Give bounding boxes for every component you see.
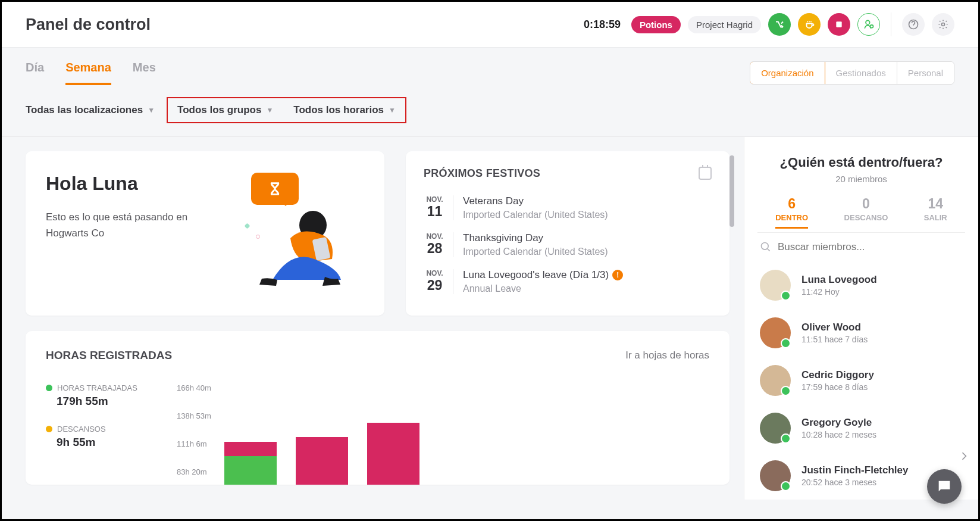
speech-bubble-icon — [251, 173, 299, 205]
avatar — [760, 460, 791, 491]
legend-dot-icon — [46, 385, 52, 391]
legend-worked: HORAS TRABAJADAS 179h 55m — [46, 383, 153, 408]
chevron-down-icon: ▼ — [266, 106, 273, 114]
hours-title: HORAS REGISTRADAS — [46, 349, 172, 362]
member-info: Cedric Diggory 17:59 hace 8 días — [801, 369, 874, 392]
filter-schedules[interactable]: Todos los horarios ▼ — [293, 104, 396, 116]
holiday-desc: Thanksgiving Day Imported Calendar (Unit… — [463, 232, 608, 257]
holiday-day: 28 — [424, 241, 446, 257]
next-button[interactable] — [958, 450, 970, 462]
scrollbar[interactable] — [729, 155, 734, 227]
holiday-date: NOV. 28 — [424, 232, 453, 257]
timesheets-link[interactable]: Ir a hojas de horas — [625, 350, 709, 361]
filters-row: Todas las localizaciones ▼ Todos los gru… — [26, 85, 954, 136]
holiday-name-text: Luna Lovegood's leave (Día 1/3) — [463, 269, 609, 281]
tab-month[interactable]: Mes — [133, 61, 156, 85]
settings-button[interactable] — [932, 13, 954, 36]
highlighted-filters: Todos los grupos ▼ Todos los horarios ▼ — [167, 97, 406, 123]
svg-point-1 — [866, 20, 870, 24]
chat-widget[interactable] — [927, 469, 962, 504]
svg-point-4 — [942, 23, 945, 26]
stop-button[interactable] — [828, 13, 850, 36]
y-tick: 138h 53m — [177, 411, 211, 420]
tab-day[interactable]: Día — [26, 61, 44, 85]
status-tabs: 6 DENTRO 0 DESCANSO 14 SALIR — [757, 196, 965, 229]
page-title: Panel de control — [26, 15, 151, 34]
calendar-icon[interactable] — [699, 167, 712, 180]
avatar — [760, 270, 791, 301]
tab-break[interactable]: 0 DESCANSO — [844, 196, 888, 229]
y-tick: 83h 20m — [177, 467, 211, 476]
greeting-text: Hola Luna Esto es lo que está pasando en… — [46, 173, 189, 304]
tab-out-label: SALIR — [924, 213, 947, 222]
break-button[interactable] — [798, 13, 821, 36]
member-name: Cedric Diggory — [801, 369, 874, 381]
avatar — [760, 365, 791, 396]
legend-breaks: DESCANSOS 9h 55m — [46, 425, 153, 449]
stop-icon — [835, 20, 843, 29]
user-manage-button[interactable] — [857, 13, 880, 36]
search-input[interactable] — [778, 241, 963, 253]
chart-y-axis: 166h 40m 138h 53m 111h 6m 83h 20m — [177, 383, 211, 476]
right-column: ¿Quién está dentro/fuera? 20 miembros 6 … — [744, 137, 978, 500]
tab-break-label: DESCANSO — [844, 213, 888, 222]
project-pill[interactable]: Project Hagrid — [688, 16, 761, 33]
holidays-title: PRÓXIMOS FESTIVOS — [424, 167, 540, 180]
tab-out[interactable]: 14 SALIR — [924, 196, 947, 229]
member-search — [757, 232, 965, 261]
member-info: Luna Lovegood 11:42 Hoy — [801, 274, 877, 297]
tabs-row: Día Semana Mes Organización Gestionados … — [26, 48, 954, 85]
greeting-subtext: Esto es lo que está pasando en Hogwarts … — [46, 209, 189, 241]
person-illustration-icon — [237, 208, 362, 286]
header: Panel de control 0:18:59 Potions Project… — [2, 2, 978, 48]
left-column: Hola Luna Esto es lo que está pasando en… — [2, 137, 744, 500]
chart-bar — [367, 423, 419, 485]
legend-break-value: 9h 55m — [57, 436, 153, 449]
member-row[interactable]: Gregory Goyle 10:28 hace 2 meses — [757, 404, 965, 452]
hours-body: HORAS TRABAJADAS 179h 55m DESCANSOS 9h 5… — [46, 383, 709, 485]
who-subtitle: 20 miembros — [757, 174, 965, 184]
filter-groups[interactable]: Todos los grupos ▼ — [177, 104, 273, 116]
chevron-down-icon: ▼ — [148, 106, 155, 114]
holiday-item: NOV. 28 Thanksgiving Day Imported Calend… — [424, 226, 712, 263]
help-button[interactable] — [902, 13, 925, 36]
timer: 0:18:59 — [584, 18, 621, 31]
header-right: 0:18:59 Potions Project Hagrid — [584, 13, 954, 36]
chart-bar — [296, 437, 348, 485]
holiday-date: NOV. 29 — [424, 269, 453, 294]
holidays-header: PRÓXIMOS FESTIVOS — [424, 167, 712, 180]
member-info: Oliver Wood 11:51 hace 7 días — [801, 322, 868, 344]
member-info: Justin Finch-Fletchley 20:52 hace 3 mese… — [801, 464, 908, 487]
legend-break-label: DESCANSOS — [57, 425, 106, 433]
member-name: Luna Lovegood — [801, 274, 877, 286]
holiday-item: NOV. 29 Luna Lovegood's leave (Día 1/3) … — [424, 263, 712, 300]
tab-out-count: 14 — [924, 196, 947, 212]
legend-worked-value: 179h 55m — [57, 395, 153, 408]
task-pill[interactable]: Potions — [631, 16, 681, 33]
hours-card: HORAS REGISTRADAS Ir a hojas de horas HO… — [26, 331, 729, 485]
member-row[interactable]: Cedric Diggory 17:59 hace 8 días — [757, 357, 965, 404]
chart-bar-break — [224, 456, 277, 485]
tab-week[interactable]: Semana — [65, 61, 111, 85]
tab-in[interactable]: 6 DENTRO — [775, 196, 808, 229]
play-button[interactable] — [768, 13, 791, 36]
member-time: 10:28 hace 2 meses — [801, 430, 876, 439]
who-title: ¿Quién está dentro/fuera? — [757, 155, 965, 170]
scope-personal[interactable]: Personal — [897, 62, 954, 84]
filter-locations-label: Todas las localizaciones — [26, 104, 143, 116]
member-name: Oliver Wood — [801, 322, 868, 333]
greeting-illustration — [245, 173, 364, 286]
main: Hola Luna Esto es lo que está pasando en… — [2, 137, 978, 500]
scope-managed[interactable]: Gestionados — [825, 62, 897, 84]
member-row[interactable]: Luna Lovegood 11:42 Hoy — [757, 261, 965, 309]
member-row[interactable]: Oliver Wood 11:51 hace 7 días — [757, 309, 965, 357]
chevron-down-icon: ▼ — [389, 106, 396, 114]
member-name: Gregory Goyle — [801, 417, 876, 429]
member-time: 17:59 hace 8 días — [801, 382, 874, 392]
holiday-day: 29 — [424, 277, 446, 294]
hours-header: HORAS REGISTRADAS Ir a hojas de horas — [46, 349, 709, 362]
member-info: Gregory Goyle 10:28 hace 2 meses — [801, 417, 876, 439]
filter-locations[interactable]: Todas las localizaciones ▼ — [26, 104, 155, 116]
scope-org[interactable]: Organización — [750, 61, 825, 85]
top-cards-row: Hola Luna Esto es lo que está pasando en… — [26, 151, 729, 316]
